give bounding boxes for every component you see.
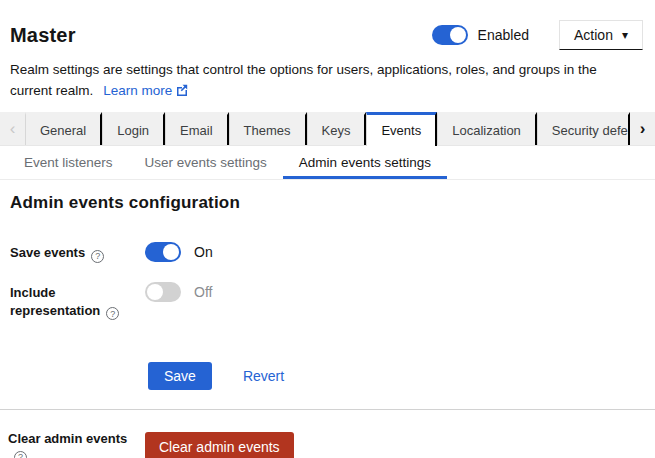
field-label-text: Clear admin events: [8, 431, 127, 446]
save-events-toggle[interactable]: [145, 242, 181, 262]
angle-left-icon: ‹: [10, 119, 16, 139]
include-representation-state: Off: [194, 284, 212, 300]
save-events-label: Save events?: [10, 242, 145, 263]
toggle-knob: [147, 284, 163, 300]
help-icon[interactable]: ?: [106, 307, 119, 320]
help-icon[interactable]: ?: [14, 451, 27, 458]
tab-keys[interactable]: Keys: [307, 112, 367, 145]
revert-link[interactable]: Revert: [243, 368, 284, 384]
subtab-label: Event listeners: [24, 155, 113, 170]
tab-label: General: [40, 123, 86, 138]
events-subtabs: Event listeners User events settings Adm…: [0, 146, 655, 180]
realm-settings-page: Master Enabled Action ▾ Realm settings a…: [0, 0, 655, 458]
field-label-text: Save events: [10, 245, 85, 260]
tabs-scroll-left-button[interactable]: ‹: [0, 112, 25, 145]
realm-description-text: Realm settings are settings that control…: [10, 62, 597, 98]
tab-label: Keys: [322, 123, 351, 138]
caret-down-icon: ▾: [622, 29, 628, 41]
tab-localization[interactable]: Localization: [437, 112, 537, 145]
subtab-user-events-settings[interactable]: User events settings: [129, 146, 283, 179]
toggle-knob: [450, 27, 466, 43]
action-dropdown-button[interactable]: Action ▾: [559, 20, 643, 50]
tab-label: Email: [180, 123, 213, 138]
subtab-admin-events-settings[interactable]: Admin events settings: [283, 146, 447, 179]
save-button[interactable]: Save: [148, 362, 212, 390]
learn-more-label: Learn more: [103, 83, 172, 98]
tab-label: Security defens: [552, 123, 630, 138]
clear-admin-events-label: Clear admin events?: [8, 431, 145, 458]
include-representation-field: Include representation? Off: [10, 282, 645, 321]
admin-events-form: Save events? On Include representation? …: [10, 242, 645, 390]
enabled-toggle[interactable]: [432, 25, 468, 45]
save-events-toggle-cell: On: [145, 242, 213, 262]
include-representation-toggle[interactable]: [145, 282, 181, 302]
subtab-event-listeners[interactable]: Event listeners: [8, 146, 129, 179]
save-events-field: Save events? On: [10, 242, 645, 263]
tab-login[interactable]: Login: [102, 112, 165, 145]
help-icon[interactable]: ?: [91, 250, 104, 263]
clear-admin-events-row: Clear admin events? Clear admin events: [8, 410, 645, 458]
field-label-text: Include representation: [10, 285, 100, 318]
section-heading: Admin events configuration: [10, 193, 645, 213]
tab-email[interactable]: Email: [165, 112, 229, 145]
clear-admin-events-button[interactable]: Clear admin events: [145, 432, 294, 458]
subtab-label: Admin events settings: [299, 155, 431, 170]
include-representation-toggle-cell: Off: [145, 282, 212, 302]
toggle-knob: [163, 244, 179, 260]
subtab-label: User events settings: [145, 155, 267, 170]
tab-events[interactable]: Events: [366, 112, 437, 146]
learn-more-link[interactable]: Learn more: [103, 83, 188, 98]
page-header: Master Enabled Action ▾ Realm settings a…: [0, 0, 655, 101]
tab-label: Themes: [244, 123, 291, 138]
tab-label: Localization: [452, 123, 521, 138]
tab-label: Login: [117, 123, 149, 138]
admin-events-panel: Admin events configuration Save events? …: [0, 180, 655, 458]
save-events-state: On: [194, 244, 213, 260]
page-title: Master: [10, 24, 76, 47]
external-link-icon: [176, 84, 188, 96]
realm-description: Realm settings are settings that control…: [10, 59, 642, 101]
tab-security-defenses[interactable]: Security defens: [537, 112, 630, 145]
enabled-toggle-label: Enabled: [478, 27, 529, 43]
realm-settings-tabbar: ‹ General Login Email Themes Keys Events…: [0, 112, 655, 146]
tab-label: Events: [381, 123, 421, 138]
action-dropdown-label: Action: [574, 27, 613, 43]
form-actions: Save Revert: [10, 362, 645, 390]
tab-general[interactable]: General: [25, 112, 102, 145]
include-representation-label: Include representation?: [10, 282, 145, 321]
tab-themes[interactable]: Themes: [229, 112, 307, 145]
tabs-scroll-right-button[interactable]: ›: [630, 112, 655, 145]
angle-right-icon: ›: [640, 119, 646, 139]
